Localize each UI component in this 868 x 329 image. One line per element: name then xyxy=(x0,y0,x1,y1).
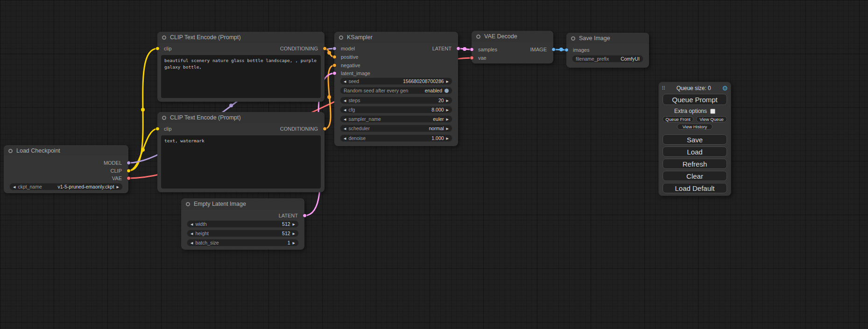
vae-input-port[interactable] xyxy=(470,56,474,60)
node-title-bar[interactable]: Save Image xyxy=(566,33,649,44)
save-button[interactable]: Save xyxy=(663,134,727,145)
decrement-arrow-icon[interactable]: ◀ xyxy=(191,223,193,226)
output-label-vae: VAE xyxy=(112,175,122,181)
increment-arrow-icon[interactable]: ▶ xyxy=(446,108,449,112)
clip-output-port[interactable] xyxy=(127,169,131,173)
widget-height[interactable]: ◀ height 512 ▶ xyxy=(187,230,299,237)
widget-value: v1-5-pruned-emaonly.ckpt xyxy=(57,184,114,189)
input-label-samples: samples xyxy=(478,47,497,52)
node-title-bar[interactable]: Load Checkpoint xyxy=(4,145,128,156)
node-load-checkpoint[interactable]: Load Checkpoint MODEL CLIP VAE ◀ ckpt_na… xyxy=(4,145,128,193)
output-label-latent: LATENT xyxy=(432,46,452,51)
collapse-dot[interactable] xyxy=(571,36,575,41)
refresh-button[interactable]: Refresh xyxy=(663,159,727,169)
latent-image-input-port[interactable] xyxy=(332,71,337,76)
increment-arrow-icon[interactable]: ▶ xyxy=(293,241,295,245)
widget-scheduler[interactable]: ◀ scheduler normal ▶ xyxy=(340,125,452,132)
decrement-arrow-icon[interactable]: ◀ xyxy=(344,127,346,130)
load-button[interactable]: Load xyxy=(663,147,727,157)
widget-random-seed-toggle[interactable]: Random seed after every gen enabled xyxy=(340,87,452,94)
queue-prompt-button[interactable]: Queue Prompt xyxy=(663,94,727,105)
positive-prompt-textarea[interactable]: beautiful scenery nature glass bottle la… xyxy=(161,55,321,98)
model-input-port[interactable] xyxy=(332,47,337,51)
node-title: VAE Decode xyxy=(484,33,517,40)
node-graph-canvas[interactable]: Load Checkpoint MODEL CLIP VAE ◀ ckpt_na… xyxy=(0,0,868,329)
conditioning-output-port[interactable] xyxy=(323,47,327,51)
widget-width[interactable]: ◀ width 512 ▶ xyxy=(187,220,299,228)
settings-gear-icon[interactable]: ⚙ xyxy=(722,85,728,91)
input-label-positive: positive xyxy=(341,54,358,60)
decrement-arrow-icon[interactable]: ◀ xyxy=(191,241,193,245)
vae-output-port[interactable] xyxy=(127,176,131,181)
node-empty-latent-image[interactable]: Empty Latent Image LATENT ◀ width 512 ▶ … xyxy=(181,198,304,250)
increment-arrow-icon[interactable]: ▶ xyxy=(446,99,449,102)
queue-panel-header: ⠿ Queue size: 0 ⚙ xyxy=(662,84,728,92)
widget-denoise[interactable]: ◀ denoise 1.000 ▶ xyxy=(340,134,452,142)
images-input-port[interactable] xyxy=(565,48,569,52)
node-title-bar[interactable]: CLIP Text Encode (Prompt) xyxy=(157,112,325,123)
clip-input-port[interactable] xyxy=(155,47,160,51)
samples-input-port[interactable] xyxy=(470,48,474,52)
increment-arrow-icon[interactable]: ▶ xyxy=(446,137,449,140)
view-history-button[interactable]: View History xyxy=(677,124,713,130)
queue-panel[interactable]: ⠿ Queue size: 0 ⚙ Queue Prompt Extra opt… xyxy=(658,82,731,196)
widget-ckpt-name[interactable]: ◀ ckpt_name v1-5-pruned-emaonly.ckpt ▶ xyxy=(9,183,123,190)
collapse-dot[interactable] xyxy=(476,35,480,39)
positive-input-port[interactable] xyxy=(332,55,337,59)
decrement-arrow-icon[interactable]: ◀ xyxy=(344,99,346,102)
node-ksampler[interactable]: KSampler model positive negative latent_… xyxy=(334,32,458,146)
link-midpoint-dot xyxy=(559,48,563,51)
queue-size-label: Queue size: 0 xyxy=(665,85,722,91)
node-title-bar[interactable]: Empty Latent Image xyxy=(181,198,304,210)
collapse-dot[interactable] xyxy=(186,202,190,206)
node-clip-text-encode-positive[interactable]: CLIP Text Encode (Prompt) clip CONDITION… xyxy=(157,32,325,102)
increment-arrow-icon[interactable]: ▶ xyxy=(293,223,295,226)
increment-arrow-icon[interactable]: ▶ xyxy=(446,127,449,130)
collapse-dot[interactable] xyxy=(162,35,166,40)
model-output-port[interactable] xyxy=(127,161,131,165)
conditioning-output-port[interactable] xyxy=(323,127,327,131)
negative-prompt-textarea[interactable]: text, watermark xyxy=(161,135,321,189)
clip-input-port[interactable] xyxy=(155,127,160,131)
increment-arrow-icon[interactable]: ▶ xyxy=(293,232,295,235)
decrement-arrow-icon[interactable]: ◀ xyxy=(344,137,346,140)
extra-options-checkbox[interactable] xyxy=(710,109,715,114)
increment-arrow-icon[interactable]: ▶ xyxy=(446,80,449,83)
widget-steps[interactable]: ◀ steps 20 ▶ xyxy=(340,97,452,104)
increment-arrow-icon[interactable]: ▶ xyxy=(446,118,449,121)
widget-label: Random seed after every gen xyxy=(344,88,408,93)
widget-label: height xyxy=(195,231,209,236)
decrement-arrow-icon[interactable]: ◀ xyxy=(344,80,346,83)
clear-button[interactable]: Clear xyxy=(663,171,727,181)
image-output-port[interactable] xyxy=(551,48,556,52)
decrement-arrow-icon[interactable]: ◀ xyxy=(344,118,346,121)
decrement-arrow-icon[interactable]: ◀ xyxy=(13,185,15,189)
increment-arrow-icon[interactable]: ▶ xyxy=(117,185,119,189)
node-title-bar[interactable]: CLIP Text Encode (Prompt) xyxy=(157,32,325,43)
drag-handle-icon[interactable]: ⠿ xyxy=(662,85,665,91)
widget-sampler-name[interactable]: ◀ sampler_name euler ▶ xyxy=(340,115,452,123)
node-clip-text-encode-negative[interactable]: CLIP Text Encode (Prompt) clip CONDITION… xyxy=(157,112,325,192)
collapse-dot[interactable] xyxy=(8,149,13,153)
widget-batch-size[interactable]: ◀ batch_size 1 ▶ xyxy=(187,239,299,246)
decrement-arrow-icon[interactable]: ◀ xyxy=(191,232,193,235)
widget-label: width xyxy=(195,221,207,227)
collapse-dot[interactable] xyxy=(162,116,166,120)
queue-front-button[interactable]: Queue Front xyxy=(663,116,693,122)
negative-input-port[interactable] xyxy=(332,63,337,68)
latent-output-port[interactable] xyxy=(456,47,460,51)
collapse-dot[interactable] xyxy=(339,35,343,40)
node-save-image[interactable]: Save Image images filename_prefix ComfyU… xyxy=(566,33,649,68)
load-default-button[interactable]: Load Default xyxy=(663,183,727,193)
toggle-indicator[interactable] xyxy=(445,89,449,93)
widget-cfg[interactable]: ◀ cfg 8.000 ▶ xyxy=(340,106,452,113)
latent-output-port[interactable] xyxy=(303,214,307,218)
view-queue-button[interactable]: View Queue xyxy=(696,116,727,122)
output-label-image: IMAGE xyxy=(530,47,547,52)
node-title-bar[interactable]: KSampler xyxy=(334,32,458,43)
decrement-arrow-icon[interactable]: ◀ xyxy=(344,108,346,112)
widget-filename-prefix[interactable]: filename_prefix ComfyUI xyxy=(572,55,643,63)
node-title-bar[interactable]: VAE Decode xyxy=(472,31,553,42)
widget-seed[interactable]: ◀ seed 156680208700286 ▶ xyxy=(340,77,452,85)
node-vae-decode[interactable]: VAE Decode samples vae IMAGE xyxy=(472,31,553,63)
